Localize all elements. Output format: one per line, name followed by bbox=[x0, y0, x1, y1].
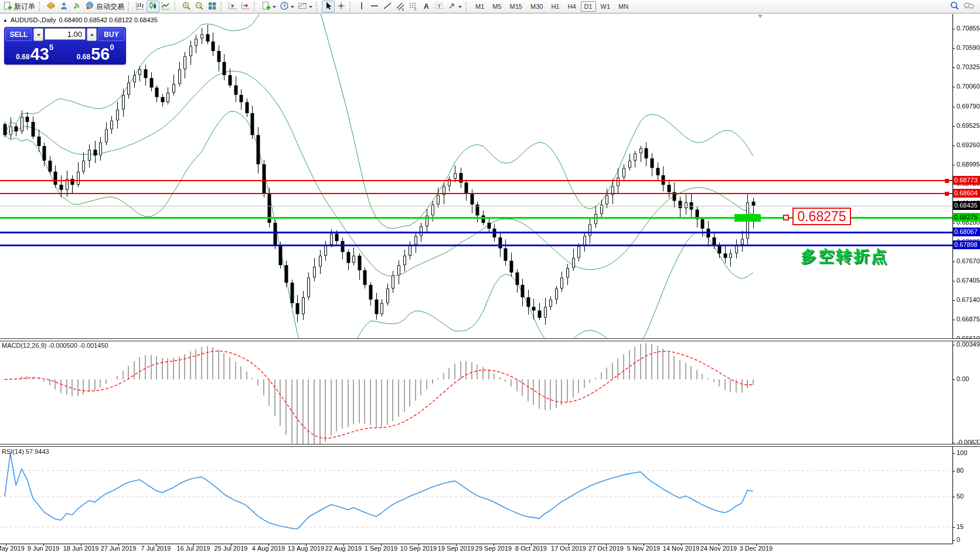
timeframe-m1[interactable]: M1 bbox=[472, 1, 488, 12]
price-annotation-box[interactable]: 0.68275 bbox=[792, 208, 851, 225]
chart-canvas[interactable] bbox=[0, 0, 980, 553]
channel-icon: E bbox=[396, 1, 405, 12]
timeframe-h1[interactable]: H1 bbox=[547, 1, 563, 12]
buy-price-pip: 0 bbox=[110, 43, 114, 52]
svg-text:F: F bbox=[414, 7, 417, 11]
new-order-icon bbox=[3, 1, 12, 12]
candle-chart-button[interactable] bbox=[147, 1, 159, 12]
chart-shift-button[interactable] bbox=[239, 1, 252, 12]
new-order-button[interactable]: 新订单 bbox=[1, 1, 37, 12]
volume-decrease-button[interactable] bbox=[33, 28, 43, 41]
search-icon bbox=[950, 1, 959, 12]
autotrade-button[interactable]: 自动交易 bbox=[83, 1, 126, 12]
price-level-badge: 0.68604 bbox=[953, 189, 980, 198]
pivot-annotation[interactable]: 多空转折点 bbox=[801, 246, 889, 267]
buy-price[interactable]: 0.68 56 0 bbox=[66, 42, 125, 63]
autotrade-icon bbox=[85, 1, 94, 12]
text-button[interactable]: A bbox=[420, 1, 433, 12]
dropdown-caret bbox=[458, 6, 462, 10]
fibonacci-button[interactable]: F bbox=[407, 1, 420, 12]
separator bbox=[316, 2, 319, 11]
one-click-trading-panel: SELL BUY 0.68 43 5 0.68 56 0 bbox=[4, 27, 126, 65]
separator bbox=[220, 2, 224, 11]
timeframe-d1[interactable]: D1 bbox=[581, 1, 596, 12]
separator bbox=[128, 2, 131, 11]
svg-text:T: T bbox=[438, 3, 441, 9]
dropdown-caret bbox=[309, 6, 312, 10]
sell-price-pip: 5 bbox=[49, 43, 53, 52]
label-button[interactable]: T bbox=[433, 1, 445, 12]
trade-panel-top: SELL BUY bbox=[5, 28, 125, 41]
collapse-triangle-icon[interactable]: ▲ bbox=[3, 18, 8, 23]
community-button[interactable] bbox=[57, 1, 70, 12]
rsi-pane-divider[interactable] bbox=[0, 444, 980, 447]
bar-chart-button[interactable] bbox=[134, 1, 147, 12]
trendline-button[interactable] bbox=[381, 1, 394, 12]
signals-button[interactable] bbox=[70, 1, 83, 12]
annotation-anchor[interactable] bbox=[783, 215, 789, 220]
sell-button[interactable]: SELL bbox=[5, 28, 32, 41]
tile-windows-icon bbox=[207, 1, 217, 12]
price-level-badge: 0.67898 bbox=[953, 240, 980, 249]
chat-button[interactable] bbox=[961, 1, 976, 12]
timeframe-m15[interactable]: M15 bbox=[506, 1, 526, 12]
crosshair-button[interactable] bbox=[335, 1, 348, 12]
trendline-icon bbox=[383, 1, 392, 12]
symbol-period-label: AUDUSD-,Daily bbox=[11, 16, 56, 23]
signal-icon bbox=[72, 1, 81, 12]
templates-button[interactable] bbox=[296, 1, 314, 12]
sell-price[interactable]: 0.68 43 5 bbox=[5, 42, 64, 63]
search-button[interactable] bbox=[948, 1, 961, 12]
sell-price-base: 0.68 bbox=[16, 51, 29, 63]
text-icon: A bbox=[421, 1, 431, 12]
zoom-in-button[interactable] bbox=[180, 1, 193, 12]
horizontal-line-button[interactable] bbox=[368, 1, 381, 12]
separator bbox=[465, 2, 469, 11]
separator bbox=[39, 2, 42, 11]
current-price-badge: 0.68435 bbox=[953, 201, 980, 210]
timeframe-group: M1M5M15M30H1H4D1W1MN bbox=[471, 2, 632, 11]
timeframe-m30[interactable]: M30 bbox=[527, 1, 546, 12]
zoom-out-icon bbox=[195, 1, 204, 12]
toolbar: 新订单 自动交易 E F A T bbox=[0, 0, 980, 13]
label-icon: T bbox=[434, 1, 444, 12]
timeframe-m5[interactable]: M5 bbox=[489, 1, 505, 12]
toolbar-right bbox=[948, 1, 976, 12]
book-icon bbox=[46, 1, 56, 12]
chart-shift-marker[interactable] bbox=[758, 15, 763, 18]
timeframe-mn[interactable]: MN bbox=[615, 1, 632, 12]
indicators-button[interactable] bbox=[260, 1, 278, 12]
volume-increase-button[interactable] bbox=[87, 28, 97, 41]
cursor-button[interactable] bbox=[322, 1, 335, 12]
svg-text:E: E bbox=[402, 7, 404, 11]
price-level-badge: 0.68275 bbox=[953, 213, 980, 222]
timeframe-h4[interactable]: H4 bbox=[564, 1, 579, 12]
line-chart-button[interactable] bbox=[159, 1, 172, 12]
tile-windows-button[interactable] bbox=[206, 1, 219, 12]
dropdown-caret bbox=[291, 6, 294, 10]
caret-down-icon bbox=[37, 34, 40, 38]
indicators-icon bbox=[261, 1, 271, 12]
volume-input[interactable] bbox=[45, 28, 86, 40]
timeframe-w1[interactable]: W1 bbox=[597, 1, 614, 12]
shapes-icon bbox=[447, 1, 457, 12]
market-watch-button[interactable] bbox=[45, 1, 57, 12]
price-level-badge: 0.68773 bbox=[953, 176, 980, 185]
price-level-badge: 0.68067 bbox=[953, 228, 980, 236]
cursor-icon bbox=[324, 1, 333, 12]
channel-button[interactable]: E bbox=[394, 1, 407, 12]
new-order-label: 新订单 bbox=[14, 2, 35, 12]
shapes-button[interactable] bbox=[445, 1, 464, 12]
macd-label: MACD(12,26,9) -0.000500 -0.001450 bbox=[2, 342, 108, 349]
chart-shift-icon bbox=[241, 1, 250, 12]
buy-button[interactable]: BUY bbox=[98, 28, 125, 41]
zoom-out-button[interactable] bbox=[193, 1, 206, 12]
sell-price-big: 43 bbox=[30, 46, 49, 63]
person-icon bbox=[59, 1, 69, 12]
macd-pane-divider[interactable] bbox=[0, 338, 980, 341]
periods-button[interactable] bbox=[278, 1, 296, 12]
auto-scroll-button[interactable] bbox=[226, 1, 239, 12]
autotrade-label: 自动交易 bbox=[96, 2, 124, 12]
vertical-line-button[interactable] bbox=[355, 1, 368, 12]
trade-panel-prices: 0.68 43 5 0.68 56 0 bbox=[5, 42, 125, 63]
